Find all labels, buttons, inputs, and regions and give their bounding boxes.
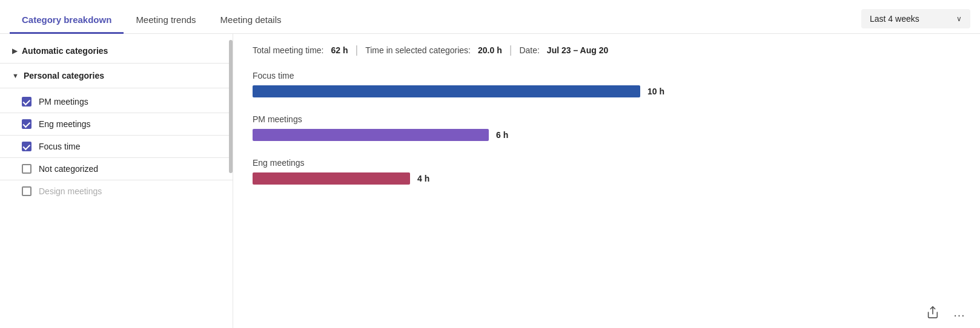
- tab-meeting-trends[interactable]: Meeting trends: [124, 7, 208, 34]
- pm-meetings-label: PM meetings: [39, 97, 88, 107]
- scrollbar-track[interactable]: [229, 34, 233, 328]
- chart-area: Total meeting time: 62 h | Time in selec…: [233, 34, 980, 328]
- bottom-actions: …: [924, 304, 968, 321]
- design-meetings-checkbox[interactable]: [22, 186, 31, 196]
- focus-time-checkbox[interactable]: [22, 142, 31, 151]
- total-meeting-time-label: Total meeting time:: [253, 45, 324, 55]
- total-meeting-time-value: 62 h: [331, 45, 348, 55]
- focus-time-bar-value: 10 h: [647, 87, 664, 96]
- tabs-bar: Category breakdown Meeting trends Meetin…: [0, 0, 980, 34]
- personal-categories-items: PM meetings Eng meetings Focus time: [0, 88, 233, 205]
- personal-categories-header[interactable]: ▼ Personal categories: [0, 64, 233, 88]
- date-selector[interactable]: Last 4 weeks ∨: [861, 9, 970, 28]
- tab-meeting-details[interactable]: Meeting details: [208, 7, 294, 34]
- focus-time-bar: [253, 85, 640, 97]
- app-container: Category breakdown Meeting trends Meetin…: [0, 0, 980, 328]
- pm-meetings-bar: [253, 129, 489, 141]
- design-meetings-label: Design meetings: [39, 186, 102, 196]
- pm-meetings-checkbox[interactable]: [22, 97, 31, 107]
- automatic-categories-header[interactable]: ▶ Automatic categories: [0, 39, 233, 64]
- date-selector-label: Last 4 weeks: [870, 14, 919, 24]
- not-categorized-label: Not categorized: [39, 164, 98, 174]
- separator-2: |: [509, 44, 512, 56]
- personal-categories-label: Personal categories: [24, 71, 104, 80]
- scrollbar-thumb[interactable]: [229, 40, 233, 173]
- main-content: ▶ Automatic categories ▼ Personal catego…: [0, 34, 980, 328]
- summary-row: Total meeting time: 62 h | Time in selec…: [253, 44, 961, 56]
- eng-meetings-bar: [253, 172, 410, 185]
- eng-meetings-bar-row: 4 h: [253, 172, 961, 185]
- more-options-button[interactable]: …: [951, 304, 968, 321]
- time-in-selected-label: Time in selected categories:: [365, 45, 471, 55]
- personal-categories-arrow: ▼: [12, 72, 19, 79]
- focus-time-bar-row: 10 h: [253, 85, 961, 97]
- eng-meetings-bar-value: 4 h: [417, 174, 429, 183]
- list-item[interactable]: Focus time: [0, 136, 233, 158]
- date-label: Date:: [519, 45, 539, 55]
- separator-1: |: [356, 44, 359, 56]
- tabs-left: Category breakdown Meeting trends Meetin…: [10, 7, 294, 33]
- eng-meetings-checkbox[interactable]: [22, 119, 31, 129]
- tab-category-breakdown[interactable]: Category breakdown: [10, 7, 124, 34]
- chevron-down-icon: ∨: [956, 15, 962, 23]
- pm-meetings-section: PM meetings 6 h: [253, 114, 961, 141]
- automatic-categories-label: Automatic categories: [22, 46, 108, 56]
- automatic-categories-arrow: ▶: [12, 47, 17, 55]
- time-in-selected-value: 20.0 h: [478, 45, 502, 55]
- date-value: Jul 23 – Aug 20: [547, 45, 608, 55]
- focus-time-section: Focus time 10 h: [253, 71, 961, 97]
- focus-time-label: Focus time: [39, 142, 80, 151]
- pm-meetings-bar-row: 6 h: [253, 129, 961, 141]
- sidebar: ▶ Automatic categories ▼ Personal catego…: [0, 34, 233, 328]
- list-item[interactable]: PM meetings: [0, 91, 233, 113]
- list-item[interactable]: Not categorized: [0, 158, 233, 180]
- focus-time-bar-label: Focus time: [253, 71, 961, 80]
- export-button[interactable]: [924, 304, 941, 321]
- personal-categories-group: ▼ Personal categories PM meetings Eng me…: [0, 64, 233, 205]
- list-item[interactable]: Design meetings: [0, 180, 233, 202]
- eng-meetings-label: Eng meetings: [39, 119, 91, 129]
- pm-meetings-bar-label: PM meetings: [253, 114, 961, 124]
- eng-meetings-section: Eng meetings 4 h: [253, 158, 961, 185]
- not-categorized-checkbox[interactable]: [22, 164, 31, 174]
- list-item[interactable]: Eng meetings: [0, 113, 233, 136]
- automatic-categories-group: ▶ Automatic categories: [0, 39, 233, 64]
- more-options-icon: …: [953, 306, 966, 320]
- pm-meetings-bar-value: 6 h: [496, 130, 508, 140]
- eng-meetings-bar-label: Eng meetings: [253, 158, 961, 168]
